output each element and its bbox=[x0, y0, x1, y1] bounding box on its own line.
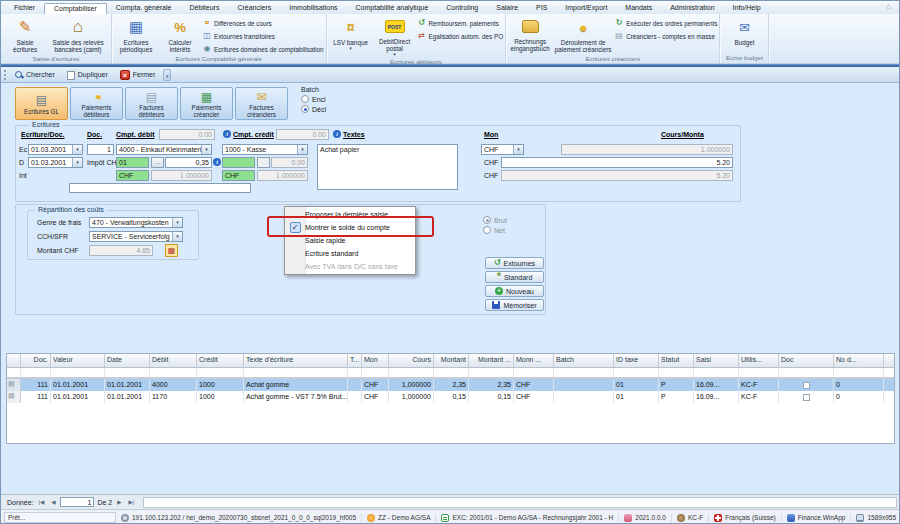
ribbon-button-rechnungs-eingangsbuch[interactable]: Rechnungs eingangsbuch bbox=[508, 15, 552, 53]
radio-net[interactable]: Net bbox=[483, 226, 507, 234]
ec-doc-field[interactable]: 1 bbox=[87, 144, 114, 155]
montant-field[interactable]: 5.20 bbox=[501, 157, 733, 168]
grid-cell[interactable]: 1170 bbox=[150, 391, 197, 403]
entries-grid[interactable]: Doc.ValeurDateDébitCréditTexte d'écritur… bbox=[6, 353, 895, 444]
header-doc[interactable]: Doc. bbox=[87, 131, 102, 138]
grid-cell[interactable]: 0,15 bbox=[434, 391, 469, 403]
menu-tab-import-export[interactable]: Import/Export bbox=[556, 3, 616, 14]
ribbon-button-ecritures-p-riodiques[interactable]: Ecritures périodiques bbox=[114, 15, 158, 54]
debit-tax-browse-button[interactable]: ... bbox=[151, 157, 164, 168]
menu-tab-cr-anciers[interactable]: Créanciers bbox=[228, 3, 280, 14]
grid-cell[interactable] bbox=[554, 379, 614, 391]
grid-cell[interactable]: 1,000000 bbox=[389, 379, 434, 391]
column-header-no-d[interactable]: No d... bbox=[834, 354, 884, 367]
grid-cell[interactable] bbox=[348, 391, 362, 403]
menu-tab-administration[interactable]: Administration bbox=[661, 3, 723, 14]
grid-cell[interactable]: 1000 bbox=[197, 379, 244, 391]
next-record-button[interactable]: ▶ bbox=[115, 497, 123, 507]
grid-cell[interactable]: KC-F bbox=[739, 391, 779, 403]
grid-cell[interactable]: 01.01.2001 bbox=[105, 391, 150, 403]
column-header-row-indicator[interactable] bbox=[7, 354, 21, 367]
ribbon-button-egalisation-autom-des-po[interactable]: Egalisation autom. des PO bbox=[417, 31, 504, 41]
column-header-t[interactable]: T... bbox=[348, 354, 362, 367]
menu-tab-fichier[interactable]: Fichier bbox=[5, 3, 44, 14]
grid-cell[interactable] bbox=[348, 379, 362, 391]
menu-tab-compta-g-n-rale[interactable]: Compta. générale bbox=[107, 3, 181, 14]
column-header-doc[interactable]: Doc bbox=[779, 354, 834, 367]
grid-cell[interactable]: Achat gomme bbox=[244, 379, 348, 391]
ribbon-button-budget[interactable]: Budget bbox=[722, 15, 766, 47]
extournes-button[interactable]: Extournes bbox=[485, 257, 544, 269]
ribbon-options-icon[interactable]: ⌂ bbox=[886, 2, 891, 11]
tab-factures-cr-anciers[interactable]: Factures créanciers bbox=[235, 87, 288, 120]
grid-cell[interactable]: CHF bbox=[514, 379, 554, 391]
toolbar-button-chercher[interactable]: Chercher bbox=[11, 68, 61, 82]
grid-cell[interactable]: 01.01.2001 bbox=[51, 379, 105, 391]
credit-account-combo[interactable]: 1000 - Kasse bbox=[222, 144, 308, 155]
menu-item-ecriture-standard[interactable]: Ecriture standard bbox=[285, 247, 415, 260]
toolbar-button-fermer[interactable]: ×Fermer bbox=[116, 68, 162, 82]
grid-cell[interactable]: CHF bbox=[362, 379, 389, 391]
ribbon-button-extournes-transitoires[interactable]: Extournes transitoires bbox=[202, 31, 324, 41]
toolbar-grip[interactable] bbox=[4, 70, 7, 80]
column-header-valeur[interactable]: Valeur bbox=[51, 354, 105, 367]
header-textes[interactable]: Textes bbox=[343, 131, 365, 138]
column-header-cours[interactable]: Cours bbox=[389, 354, 434, 367]
grid-cell[interactable]: 0 bbox=[834, 379, 884, 391]
ribbon-button-calculer-int-r-ts[interactable]: Calculer intérêts bbox=[158, 15, 202, 54]
d-date-combo[interactable]: 01.03.2001 bbox=[28, 157, 83, 168]
ribbon-button-saisie-des-relev-s-bancaires-camt[interactable]: Saisie des relevés bancaires (camt) bbox=[47, 15, 109, 54]
cost-split-icon[interactable] bbox=[165, 244, 178, 257]
table-row[interactable]: ▤11101.01.200101.01.200111701000Achat go… bbox=[7, 391, 894, 403]
doc-checkbox[interactable] bbox=[803, 394, 810, 401]
table-row[interactable]: ▤11101.01.200101.01.200140001000Achat go… bbox=[7, 379, 894, 391]
header-cmpt-debit[interactable]: Cmpt. débit bbox=[116, 131, 155, 138]
doc-checkbox[interactable] bbox=[803, 382, 810, 389]
grid-cell[interactable]: 0 bbox=[834, 391, 884, 403]
credit-info-icon[interactable] bbox=[223, 130, 231, 138]
ribbon-button-ex-cuter-des-ordres-permanents[interactable]: Exécuter des ordres permanents bbox=[614, 18, 717, 28]
grid-cell[interactable] bbox=[554, 391, 614, 403]
header-cmpt-credit[interactable]: Cmpt. crédit bbox=[233, 131, 274, 138]
column-header-utilis[interactable]: Utilis... bbox=[739, 354, 779, 367]
grid-cell[interactable]: Achat gomme - VST 7.5% Brut... bbox=[244, 391, 348, 403]
grid-cell[interactable]: KC-F bbox=[739, 379, 779, 391]
menu-tab-info-help[interactable]: Info/Help bbox=[724, 3, 770, 14]
menu-tab-mandats[interactable]: Mandats bbox=[616, 3, 661, 14]
column-header-cr-dit[interactable]: Crédit bbox=[197, 354, 244, 367]
grid-cell[interactable]: P bbox=[659, 391, 694, 403]
ribbon-button-saisie-critures[interactable]: Saisie écritures bbox=[3, 15, 47, 54]
mon-combo[interactable]: CHF bbox=[481, 144, 524, 155]
menu-tab-controling[interactable]: Controling bbox=[437, 3, 487, 14]
debit-tax-code-field[interactable]: 01 bbox=[116, 157, 149, 168]
textes-info-icon[interactable] bbox=[333, 130, 341, 138]
column-header-batch[interactable]: Batch bbox=[554, 354, 614, 367]
grid-cell[interactable]: 2,35 bbox=[469, 379, 514, 391]
grid-cell[interactable]: 1000 bbox=[197, 391, 244, 403]
tab-paiements-d-biteurs[interactable]: Paiements débiteurs bbox=[70, 87, 123, 120]
ec-date-combo[interactable]: 01.03.2001 bbox=[28, 144, 83, 155]
toolbar-overflow-button[interactable]: ▾ bbox=[163, 69, 171, 81]
radio-brut[interactable]: Brut bbox=[483, 216, 507, 224]
column-header-d-bit[interactable]: Débit bbox=[150, 354, 197, 367]
menu-item-avec-tva-dans-d-c-sans-taxe[interactable]: Avec TVA dans D/C sans taxe bbox=[285, 260, 415, 273]
ribbon-button-d-roulement-de-paiement-cr-anciers[interactable]: Déroulement de paiement créanciers bbox=[552, 15, 614, 54]
column-header-statut[interactable]: Statut bbox=[659, 354, 694, 367]
grid-cell[interactable]: 16.09... bbox=[694, 391, 739, 403]
ribbon-button-cr-anciers-comptes-en-masse[interactable]: Créanciers - comptes en masse bbox=[614, 31, 717, 41]
grid-cell[interactable]: 111 bbox=[21, 391, 51, 403]
ribbon-button-debitdirect-postal[interactable]: POSTDebitDirect postal▾ bbox=[373, 15, 417, 57]
tab-ecritures-gl[interactable]: Ecritures GL bbox=[15, 87, 68, 120]
grid-cell[interactable]: 01 bbox=[614, 391, 659, 403]
grid-filter-row[interactable] bbox=[7, 368, 894, 379]
grid-cell[interactable]: 0,15 bbox=[469, 391, 514, 403]
grid-cell[interactable]: 01.01.2001 bbox=[105, 379, 150, 391]
grid-cell[interactable] bbox=[779, 379, 834, 391]
column-header-texte-d-criture[interactable]: Texte d'écriture bbox=[244, 354, 348, 367]
ribbon-button-diff-rences-de-cours[interactable]: Différences de cours bbox=[202, 18, 324, 28]
m-moriser-button[interactable]: Mémoriser bbox=[485, 299, 544, 311]
debit-tax-amount-field[interactable]: 0,35 bbox=[165, 157, 212, 168]
grid-cell[interactable]: 16.09... bbox=[694, 379, 739, 391]
column-header-mon[interactable]: Mon bbox=[362, 354, 389, 367]
last-record-button[interactable]: ▶| bbox=[126, 497, 136, 507]
